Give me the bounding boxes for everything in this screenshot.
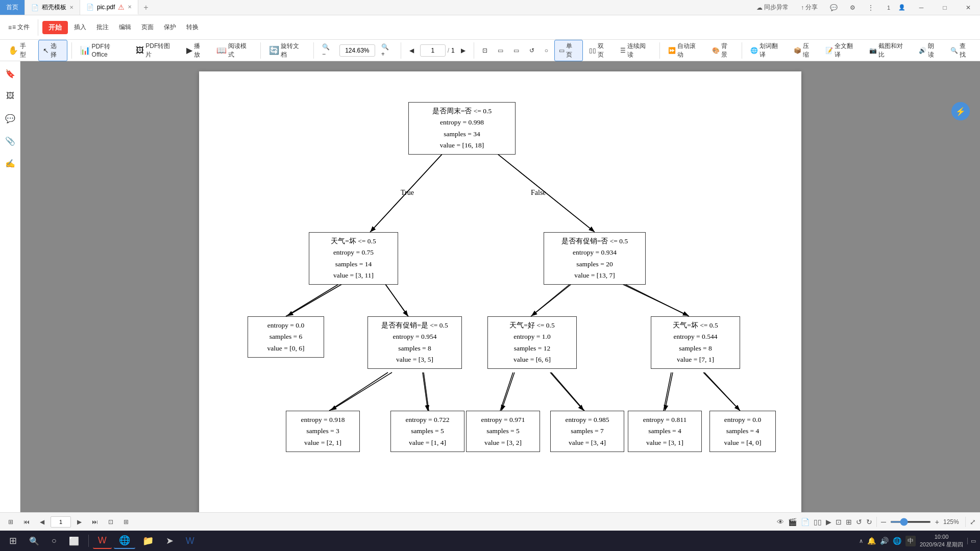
fit-width-button[interactable]: ⊡ [104,517,117,527]
toggle-panel-button[interactable]: ⊞ [4,517,17,527]
zoom-input[interactable] [339,44,375,57]
template-tab-close[interactable]: ✕ [69,5,74,10]
tab-template[interactable]: 📄 稻壳模板 ✕ [25,0,80,15]
view-rect1-button[interactable]: ▭ [494,45,507,56]
view-fit-button[interactable]: ⊡ [478,45,492,56]
play-button[interactable]: ▶ 播放 [182,40,210,61]
chrome-icon: 🌐 [119,535,130,546]
taskbar-word-btn[interactable]: W [181,534,200,548]
rl-child-line1: 天气=好 <= 0.5 [493,320,571,331]
background-button[interactable]: 🎨 背景 [708,40,738,61]
zoom-out-btn[interactable]: 🔍− [318,42,337,59]
lll-leaf-line1: entropy = 0.918 [291,414,354,425]
single-page-label: 单页 [566,42,578,59]
attachment-sidebar-icon[interactable]: 📎 [2,133,18,149]
signature-sidebar-icon[interactable]: ✍ [2,155,18,171]
protect-button[interactable]: 保护 [160,21,180,33]
rr-child-line1: 天气=坏 <= 0.5 [656,320,734,331]
zoom-in-status[interactable]: + [935,518,939,526]
minimize-button[interactable]: ─ [910,0,933,15]
view-rotate2-button[interactable]: ↺ [525,45,538,56]
find-button[interactable]: 🔍 查找 [946,40,976,61]
comment-button[interactable]: 💬 [826,3,842,12]
double-page-button[interactable]: ▯▯ 双页 [585,40,614,61]
svg-line-16 [532,281,576,315]
start-button[interactable]: 开始 [42,21,68,34]
taskbar-cortana-btn[interactable]: ○ [46,534,62,547]
single-page-icon: ▭ [559,47,565,54]
status-page-input[interactable] [51,516,71,528]
settings-icon: ⚙ [850,4,855,11]
fit-page-status-btn[interactable]: ⊞ [119,517,133,527]
thumbnail-sidebar-icon[interactable]: 🖼 [2,88,18,104]
fit2-icon: ⊞ [846,518,852,526]
taskbar-up-arrow[interactable]: ∧ [859,538,863,544]
first-page-button[interactable]: ⏮ [19,517,34,527]
share-button[interactable]: ↑ 分享 [797,2,822,13]
taskbar-taskview-btn[interactable]: ⬜ [64,534,84,548]
root-line3: samples = 34 [414,129,510,140]
rotate-button[interactable]: 🔄 旋转文档 [265,40,309,61]
next-page-btn[interactable]: ▶ [457,45,470,56]
pdf-to-office-button[interactable]: 📊 PDF转Office [76,41,130,60]
settings-button[interactable]: ⚙ [846,3,860,12]
single-page-button[interactable]: ▭ 单页 [554,40,583,61]
more-button[interactable]: ⋮ [864,3,878,12]
left-child-node: 天气=坏 <= 0.5 entropy = 0.75 samples = 14 … [309,232,398,285]
view-rect2-button[interactable]: ▭ [509,45,523,56]
convert-button[interactable]: 转换 [182,21,203,33]
lang-indicator: 中 [905,536,916,546]
taskbar-explorer-btn[interactable]: 📁 [137,533,159,548]
page-input[interactable] [420,44,446,57]
maximize-button[interactable]: □ [933,0,957,15]
continuous-button[interactable]: ☰ 连续阅读 [616,40,656,61]
pdf-to-image-button[interactable]: 🖼 PDF转图片 [132,40,180,61]
taskbar-arrow-btn[interactable]: ➤ [161,533,179,548]
select-icon: ↖ [43,46,49,55]
rlr-leaf-line2: samples = 7 [556,425,619,437]
taskbar-chrome-btn[interactable]: 🌐 [114,533,135,549]
screenshot-button[interactable]: 📷 截图和对比 [865,40,913,61]
compress-button[interactable]: 📦 压缩 [790,40,819,61]
windows-start-btn[interactable]: ⊞ [4,533,22,548]
translate-word-button[interactable]: 🌐 划词翻译 [746,40,788,61]
rll-leaf-line1: entropy = 0.971 [472,414,534,425]
expand-icon[interactable]: ⤢ [970,518,976,526]
menu-file-button[interactable]: ≡ ≡ 文件 [4,21,34,33]
zoom-out-status[interactable]: ─ [881,518,886,526]
edit-button[interactable]: 编辑 [115,21,135,33]
select-tool-button[interactable]: ↖ 选择 [38,40,67,61]
prev-page-btn[interactable]: ◀ [405,45,418,56]
full-translate-button[interactable]: 📝 全文翻译 [821,40,863,61]
right-child-line4: value = [13, 7] [549,270,640,281]
sync-button[interactable]: ☁ 同步异常 [752,2,793,13]
view-circ-button[interactable]: ○ [541,45,552,56]
last-page-button[interactable]: ⏭ [88,517,102,527]
read-aloud-button[interactable]: 🔊 朗读 [915,40,944,61]
bookmark-sidebar-icon[interactable]: 🔖 [2,65,18,82]
tab-home[interactable]: 首页 [0,0,25,15]
tab-add-button[interactable]: + [138,3,153,12]
taskbar-wps-btn[interactable]: W [93,533,112,549]
taskbar-search-btn[interactable]: 🔍 [24,534,44,548]
close-button[interactable]: ✕ [957,0,980,15]
hand-tool-button[interactable]: ✋ 手型 [4,40,36,61]
show-desktop-btn[interactable]: ▭ [967,538,976,544]
tab-pdf[interactable]: 📄 pic.pdf ⚠ ✕ [80,0,138,15]
zoom-slider[interactable] [890,521,931,523]
annotate-button[interactable]: 批注 [92,21,113,33]
auto-scroll-button[interactable]: ⏩ 自动滚动 [664,40,706,61]
zoom-in-btn[interactable]: 🔍+ [377,42,397,59]
sep4 [313,42,314,59]
lr-child-line3: samples = 8 [373,343,456,354]
page-button[interactable]: 页面 [137,21,158,33]
svg-line-7 [424,372,429,411]
comment-sidebar-icon[interactable]: 💬 [2,110,18,127]
next-page-status-btn[interactable]: ▶ [73,517,86,527]
prev-page-status-btn[interactable]: ◀ [36,517,48,527]
read-mode-button[interactable]: 📖 阅读模式 [212,40,257,61]
insert-button[interactable]: 插入 [70,21,90,33]
volume-icon: 🔊 [880,537,889,545]
pdf-tab-close[interactable]: ✕ [128,4,132,10]
floating-action-button[interactable]: ⚡ [951,102,970,120]
